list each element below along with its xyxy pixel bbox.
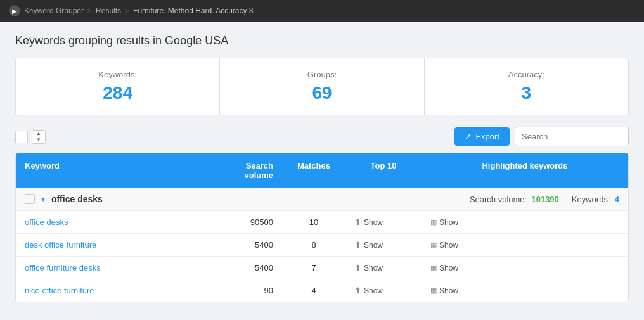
- stat-accuracy-value: 3: [437, 83, 615, 103]
- td-matches-2: 7: [282, 257, 345, 279]
- show-highlighted-btn-0[interactable]: ▦ Show: [430, 218, 458, 227]
- group-keywords-label: Keywords: 4: [572, 195, 619, 204]
- show-top10-btn-3[interactable]: ⬆ Show: [354, 286, 383, 295]
- table-header: Keyword Search volume Matches Top 10 Hig…: [16, 153, 628, 188]
- breadcrumb-icon: ▶: [9, 5, 20, 16]
- td-search-volume-0: 90500: [206, 211, 282, 233]
- data-rows-container: office desks 90500 10 ⬆ Show ▦ Show desk…: [16, 211, 628, 302]
- stat-groups-value: 69: [233, 83, 411, 103]
- th-matches: Matches: [282, 153, 345, 188]
- breadcrumb-sep2: >: [125, 6, 129, 15]
- td-top10-2: ⬆ Show: [345, 257, 422, 279]
- th-top10: Top 10: [345, 153, 422, 188]
- sort-up-icon: ▲: [36, 131, 41, 136]
- td-keyword-3: nice office furniture: [16, 279, 206, 302]
- image-icon-2: ▦: [430, 264, 437, 272]
- td-highlighted-2: ▦ Show: [422, 257, 628, 279]
- upload-icon-2: ⬆: [354, 263, 361, 272]
- table-row: office desks 90500 10 ⬆ Show ▦ Show: [16, 211, 628, 234]
- sort-down-icon: ▼: [36, 138, 41, 143]
- th-highlighted: Highlighted keywords: [422, 153, 628, 188]
- sort-button[interactable]: ▲ ▼: [32, 130, 46, 144]
- td-search-volume-1: 5400: [206, 234, 282, 256]
- show-highlighted-btn-1[interactable]: ▦ Show: [430, 241, 458, 250]
- td-keyword-1: desk office furniture: [16, 234, 206, 256]
- breadcrumb-results[interactable]: Results: [96, 6, 121, 15]
- show-highlighted-btn-2[interactable]: ▦ Show: [430, 264, 458, 272]
- keyword-link-0[interactable]: office desks: [25, 217, 68, 227]
- group-name: office desks: [51, 194, 103, 204]
- stat-keywords: Keywords: 284: [16, 58, 220, 115]
- keyword-link-1[interactable]: desk office furniture: [25, 240, 96, 250]
- td-top10-3: ⬆ Show: [345, 279, 422, 302]
- breadcrumb-tool[interactable]: Keyword Grouper: [24, 6, 84, 15]
- th-keyword: Keyword: [16, 153, 206, 188]
- toolbar-left: ▲ ▼: [15, 130, 46, 144]
- stat-keywords-label: Keywords:: [29, 70, 207, 79]
- export-icon: ↗: [465, 132, 472, 141]
- image-icon-3: ▦: [430, 286, 437, 295]
- upload-icon-1: ⬆: [354, 240, 361, 250]
- stats-box: Keywords: 284 Groups: 69 Accuracy: 3: [15, 58, 629, 115]
- page-title: Keywords grouping results in Google USA: [15, 34, 629, 48]
- group-search-volume-label: Search volume: 101390: [470, 195, 559, 204]
- group-header-right: Search volume: 101390 Keywords: 4: [470, 195, 619, 204]
- toolbar: ▲ ▼ ↗ Export: [15, 127, 629, 146]
- th-search-volume: Search volume: [206, 153, 282, 188]
- td-search-volume-3: 90: [206, 279, 282, 302]
- results-table: Keyword Search volume Matches Top 10 Hig…: [15, 153, 629, 302]
- td-matches-0: 10: [282, 211, 345, 233]
- upload-icon-3: ⬆: [354, 286, 361, 295]
- group-checkbox[interactable]: [25, 194, 35, 204]
- show-top10-btn-1[interactable]: ⬆ Show: [354, 240, 383, 250]
- breadcrumb-bar: ▶ Keyword Grouper > Results > Furniture.…: [0, 0, 644, 22]
- table-row: office furniture desks 5400 7 ⬆ Show ▦ S…: [16, 257, 628, 279]
- main-content: Keywords grouping results in Google USA …: [0, 22, 644, 315]
- show-top10-btn-2[interactable]: ⬆ Show: [354, 263, 383, 272]
- group-header-row: ▼ office desks Search volume: 101390 Key…: [16, 188, 628, 211]
- keyword-link-3[interactable]: nice office furniture: [25, 286, 94, 295]
- td-top10-0: ⬆ Show: [345, 211, 422, 233]
- export-label: Export: [475, 132, 499, 141]
- table-row: nice office furniture 90 4 ⬆ Show ▦ Show: [16, 279, 628, 302]
- td-highlighted-1: ▦ Show: [422, 234, 628, 256]
- stat-accuracy-label: Accuracy:: [437, 70, 615, 79]
- show-top10-btn-0[interactable]: ⬆ Show: [354, 217, 383, 227]
- show-highlighted-btn-3[interactable]: ▦ Show: [430, 286, 458, 295]
- td-keyword-0: office desks: [16, 211, 206, 233]
- stat-keywords-value: 284: [29, 83, 207, 103]
- group-header-left: ▼ office desks: [25, 194, 103, 204]
- stat-groups: Groups: 69: [220, 58, 424, 115]
- keyword-link-2[interactable]: office furniture desks: [25, 263, 101, 272]
- stat-accuracy: Accuracy: 3: [425, 58, 628, 115]
- td-matches-1: 8: [282, 234, 345, 256]
- td-highlighted-3: ▦ Show: [422, 280, 628, 302]
- stat-groups-label: Groups:: [233, 70, 411, 79]
- td-matches-3: 4: [282, 279, 345, 302]
- search-input[interactable]: [515, 127, 629, 146]
- breadcrumb-current: Furniture. Method Hard. Accuracy 3: [133, 6, 253, 15]
- td-search-volume-2: 5400: [206, 257, 282, 279]
- group-search-volume-value: 101390: [531, 195, 558, 204]
- toolbar-right: ↗ Export: [454, 127, 629, 146]
- td-highlighted-0: ▦ Show: [422, 212, 628, 233]
- image-icon-1: ▦: [430, 241, 437, 249]
- td-top10-1: ⬆ Show: [345, 234, 422, 256]
- breadcrumb-sep1: >: [87, 6, 92, 15]
- td-keyword-2: office furniture desks: [16, 257, 206, 279]
- table-row: desk office furniture 5400 8 ⬆ Show ▦ Sh…: [16, 234, 628, 257]
- upload-icon-0: ⬆: [354, 217, 361, 227]
- select-all-checkbox[interactable]: [15, 131, 28, 143]
- image-icon-0: ▦: [430, 218, 437, 226]
- group-keywords-value: 4: [615, 195, 619, 204]
- export-button[interactable]: ↗ Export: [454, 127, 510, 146]
- group-collapse-icon[interactable]: ▼: [40, 196, 46, 203]
